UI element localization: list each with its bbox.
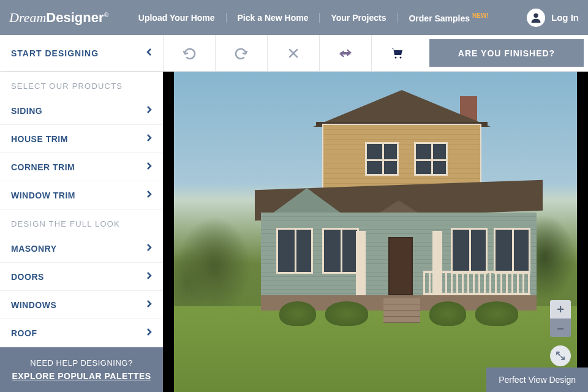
sidebar-item-label: ROOF: [11, 328, 37, 338]
nav-order-samples[interactable]: Order SamplesNEW!: [398, 12, 499, 23]
toolbar: START DESIGNING ARE YOU FINISHED?: [0, 35, 588, 72]
help-cta-link[interactable]: EXPLORE POPULAR PALETTES: [11, 371, 152, 381]
section-head-products: SELECT OUR PRODUCTS: [0, 72, 163, 97]
expand-button[interactable]: [550, 345, 571, 366]
redo-button[interactable]: [215, 35, 267, 71]
logo-thin: Dream: [9, 10, 46, 25]
sidebar-item-roof[interactable]: ROOF: [0, 319, 163, 347]
registered-icon: ®: [104, 10, 108, 18]
svg-point-1: [395, 56, 397, 58]
chevron-right-icon: [146, 243, 152, 254]
perfect-view-button[interactable]: Perfect View Design: [486, 368, 588, 392]
nav-pick-home[interactable]: Pick a New Home: [227, 13, 320, 23]
sidebar-item-corner-trim[interactable]: CORNER TRIM: [0, 153, 163, 181]
sidebar-item-window-trim[interactable]: WINDOW TRIM: [0, 181, 163, 209]
start-designing[interactable]: START DESIGNING: [0, 35, 163, 71]
section-head-design: DESIGN THE FULL LOOK: [0, 209, 163, 235]
undo-button[interactable]: [163, 35, 215, 71]
chevron-right-icon: [146, 328, 152, 338]
sidebar-item-doors[interactable]: DOORS: [0, 263, 163, 291]
sidebar-item-label: MASONRY: [11, 244, 57, 254]
swap-button[interactable]: [319, 35, 371, 71]
help-box: NEED HELP DESIGNING? EXPLORE POPULAR PAL…: [0, 347, 163, 392]
chevron-right-icon: [146, 300, 152, 310]
house-render: [218, 90, 537, 323]
zoom-in-button[interactable]: +: [550, 300, 571, 318]
zoom-out-button[interactable]: –: [550, 318, 571, 337]
sidebar-item-label: WINDOWS: [11, 300, 56, 310]
sidebar-item-siding[interactable]: SIDING: [0, 97, 163, 125]
avatar-icon[interactable]: [527, 9, 545, 27]
svg-point-2: [400, 56, 402, 58]
finished-button[interactable]: ARE YOU FINISHED?: [429, 39, 584, 67]
sidebar: SELECT OUR PRODUCTS SIDING HOUSE TRIM CO…: [0, 72, 163, 392]
login-link[interactable]: Log In: [551, 12, 579, 23]
chevron-right-icon: [146, 271, 152, 282]
start-designing-label: START DESIGNING: [11, 48, 99, 58]
new-badge: NEW!: [472, 12, 489, 19]
login-area: Log In: [527, 9, 579, 27]
header: DreamDesigner® Upload Your Home Pick a N…: [0, 0, 588, 35]
sidebar-item-label: SIDING: [11, 106, 42, 116]
main: SELECT OUR PRODUCTS SIDING HOUSE TRIM CO…: [0, 72, 588, 392]
cart-button[interactable]: [371, 35, 423, 71]
sidebar-item-label: DOORS: [11, 272, 44, 282]
svg-point-0: [533, 13, 538, 17]
chevron-right-icon: [146, 105, 152, 116]
help-question: NEED HELP DESIGNING?: [11, 358, 152, 368]
zoom-controls: + –: [550, 300, 571, 337]
top-nav: Upload Your Home Pick a New Home Your Pr…: [127, 12, 527, 23]
chevron-right-icon: [146, 190, 152, 200]
close-button[interactable]: [267, 35, 319, 71]
sidebar-item-label: HOUSE TRIM: [11, 134, 68, 144]
chevron-right-icon: [146, 162, 152, 172]
design-canvas[interactable]: + – Perfect View Design: [163, 72, 588, 392]
chevron-right-icon: [146, 134, 152, 144]
logo[interactable]: DreamDesigner®: [9, 10, 109, 26]
nav-order-samples-label: Order Samples: [409, 13, 470, 23]
nav-upload-home[interactable]: Upload Your Home: [127, 13, 227, 23]
sidebar-item-masonry[interactable]: MASONRY: [0, 235, 163, 263]
nav-your-projects[interactable]: Your Projects: [320, 13, 398, 23]
sidebar-item-house-trim[interactable]: HOUSE TRIM: [0, 125, 163, 153]
chevron-left-icon: [146, 48, 152, 58]
sidebar-item-windows[interactable]: WINDOWS: [0, 291, 163, 319]
logo-bold: Designer: [46, 10, 104, 25]
house-scene: [163, 72, 588, 392]
sidebar-item-label: CORNER TRIM: [11, 162, 75, 172]
sidebar-item-label: WINDOW TRIM: [11, 190, 75, 200]
